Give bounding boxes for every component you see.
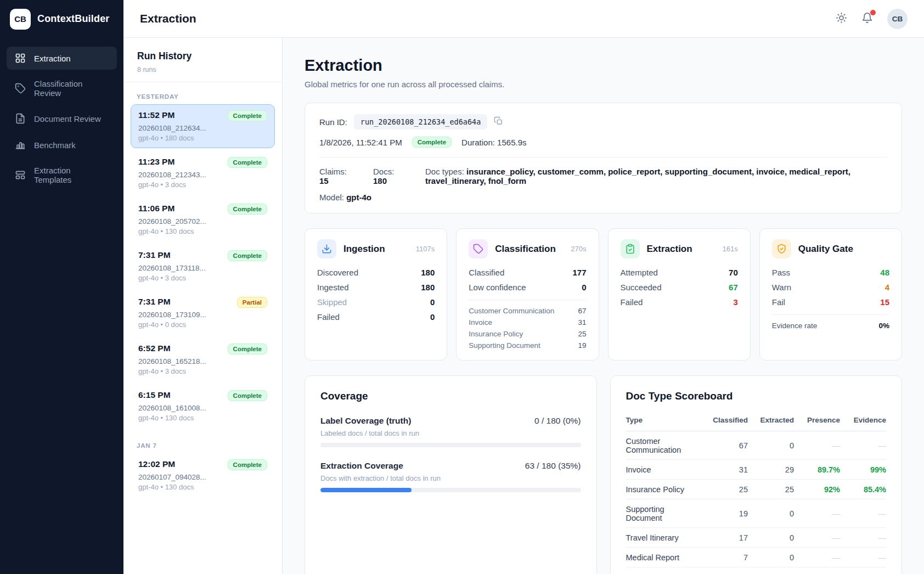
run-list-item[interactable]: 11:52 PMComplete 20260108_212634... gpt-…: [131, 104, 275, 148]
bar-chart-icon: [15, 139, 26, 150]
metric-value: 70: [729, 268, 738, 277]
run-list-item[interactable]: 6:15 PMComplete 20260108_161008... gpt-4…: [131, 384, 275, 428]
metric-value: 15: [880, 297, 889, 307]
run-time: 11:23 PM: [138, 157, 174, 167]
tag-icon: [15, 83, 26, 94]
table-row: Medical Report 7 0 — —: [626, 548, 887, 567]
app-name: ContextBuilder: [37, 13, 110, 25]
presence-cell: —: [794, 528, 840, 548]
divider: [319, 157, 887, 157]
status-badge: Complete: [412, 137, 452, 148]
column-header: Type: [626, 412, 702, 431]
status-badge: Complete: [228, 157, 267, 168]
run-meta: gpt-4o • 0 docs: [138, 320, 267, 329]
metric-value: 180: [421, 283, 435, 292]
copy-run-id-button[interactable]: [494, 116, 503, 127]
card-duration: 1107s: [416, 245, 435, 253]
extracted-cell: 0: [748, 528, 794, 548]
evidence-rate-value: 0%: [878, 322, 889, 330]
evidence-cell: —: [840, 499, 886, 528]
run-list-item[interactable]: 11:06 PMComplete 20260108_205702... gpt-…: [131, 198, 275, 241]
shield-check-icon: [772, 239, 791, 258]
metric-value: 3: [733, 297, 737, 307]
breakdown-label: Invoice: [469, 318, 492, 327]
run-id-label: Run ID:: [319, 117, 347, 127]
scoreboard-title: Doc Type Scoreboard: [626, 390, 887, 402]
run-time: 6:15 PM: [138, 390, 171, 400]
status-badge: Complete: [228, 459, 267, 470]
metric-label: Classified: [469, 268, 504, 277]
coverage-label: Extraction Coverage: [320, 461, 403, 471]
table-header-row: Type Classified Extracted Presence Evide…: [626, 412, 887, 431]
run-id: 20260108_212343...: [138, 171, 267, 179]
run-meta: gpt-4o • 3 docs: [138, 181, 267, 189]
run-list-item[interactable]: 7:31 PMComplete 20260108_173118... gpt-4…: [131, 244, 275, 288]
run-list-item[interactable]: 11:23 PMComplete 20260108_212343... gpt-…: [131, 151, 275, 195]
metric-label: Failed: [317, 312, 340, 322]
doc-type-cell: FNOL Form: [626, 567, 702, 574]
metric-label: Succeeded: [621, 283, 662, 292]
notification-dot: [870, 10, 876, 15]
card-title: Quality Gate: [798, 244, 853, 255]
run-history-title: Run History: [137, 50, 268, 62]
run-list-item[interactable]: 12:02 PMComplete 20260107_094028... gpt-…: [131, 453, 275, 497]
run-list-item[interactable]: 6:52 PMComplete 20260108_165218... gpt-4…: [131, 337, 275, 381]
metric-value: 177: [572, 268, 586, 277]
coverage-sublabel: Docs with extraction / total docs in run: [320, 474, 581, 482]
table-row: Invoice 31 29 89.7% 99%: [626, 460, 887, 480]
run-list-item[interactable]: 7:31 PMPartial 20260108_173109... gpt-4o…: [131, 291, 275, 335]
main-content: Extraction Global metrics for one run ac…: [283, 38, 924, 574]
sidebar-item-classification-review[interactable]: Classification Review: [7, 73, 117, 104]
classification-card: Classification 270s Classified177 Low co…: [456, 228, 599, 361]
classified-cell: 19: [702, 499, 748, 528]
column-header: Classified: [702, 412, 748, 431]
run-info-card: Run ID: run_20260108_212634_ed6a64a 1/8/…: [305, 103, 902, 213]
run-timestamp: 1/8/2026, 11:52:41 PM: [319, 138, 402, 147]
sidebar-item-document-review[interactable]: Document Review: [7, 107, 117, 130]
run-time: 12:02 PM: [138, 459, 175, 469]
metric-value: 48: [880, 268, 889, 277]
run-meta: gpt-4o • 3 docs: [138, 274, 267, 282]
breakdown-value: 25: [578, 330, 586, 338]
run-id: 20260108_165218...: [138, 357, 267, 365]
sidebar-item-label: Extraction: [34, 54, 71, 63]
metric-label: Skipped: [317, 297, 347, 307]
run-meta: gpt-4o • 130 docs: [138, 227, 267, 235]
sidebar-item-extraction-templates[interactable]: Extraction Templates: [7, 160, 117, 190]
doc-type-scoreboard-card: Doc Type Scoreboard Type Classified Extr…: [610, 375, 903, 574]
presence-cell: —: [794, 548, 840, 567]
metric-value: 180: [421, 268, 435, 277]
app-logo: CB: [10, 9, 31, 30]
run-meta: gpt-4o • 3 docs: [138, 367, 267, 375]
presence-cell: 89.7%: [794, 460, 840, 480]
run-time: 7:31 PM: [138, 297, 171, 307]
doc-type-cell: Insurance Policy: [626, 480, 702, 499]
breakdown-value: 19: [578, 341, 586, 350]
metric-label: Discovered: [317, 268, 358, 277]
status-badge: Partial: [237, 297, 267, 308]
evidence-cell: —: [840, 528, 886, 548]
coverage-value: 63 / 180 (35%): [525, 461, 581, 471]
coverage-card: Coverage Label Coverage (truth) 0 / 180 …: [305, 375, 597, 574]
sidebar-item-extraction[interactable]: Extraction: [7, 47, 117, 70]
avatar[interactable]: CB: [887, 9, 908, 29]
run-id: 20260108_173118...: [138, 264, 267, 272]
extraction-card: Extraction 161s Attempted70 Succeeded67 …: [608, 228, 751, 361]
theme-toggle-button[interactable]: [836, 12, 847, 25]
topbar-title: Extraction: [140, 12, 196, 25]
presence-cell: 92%: [794, 480, 840, 499]
template-icon: [15, 170, 26, 181]
run-id: 20260108_205702...: [138, 217, 267, 226]
doc-type-cell: Travel Itinerary: [626, 528, 702, 548]
coverage-metric: Extraction Coverage 63 / 180 (35%) Docs …: [320, 461, 581, 492]
evidence-rate-label: Evidence rate: [772, 322, 818, 330]
classified-cell: 17: [702, 528, 748, 548]
coverage-value: 0 / 180 (0%): [534, 416, 581, 426]
scoreboard-table: Type Classified Extracted Presence Evide…: [626, 412, 887, 574]
topbar: Extraction CB: [123, 0, 924, 38]
notifications-button[interactable]: [861, 12, 873, 25]
coverage-title: Coverage: [320, 390, 581, 402]
run-time: 11:06 PM: [138, 204, 174, 213]
sidebar-item-benchmark[interactable]: Benchmark: [7, 133, 117, 156]
presence-cell: —: [794, 431, 840, 460]
